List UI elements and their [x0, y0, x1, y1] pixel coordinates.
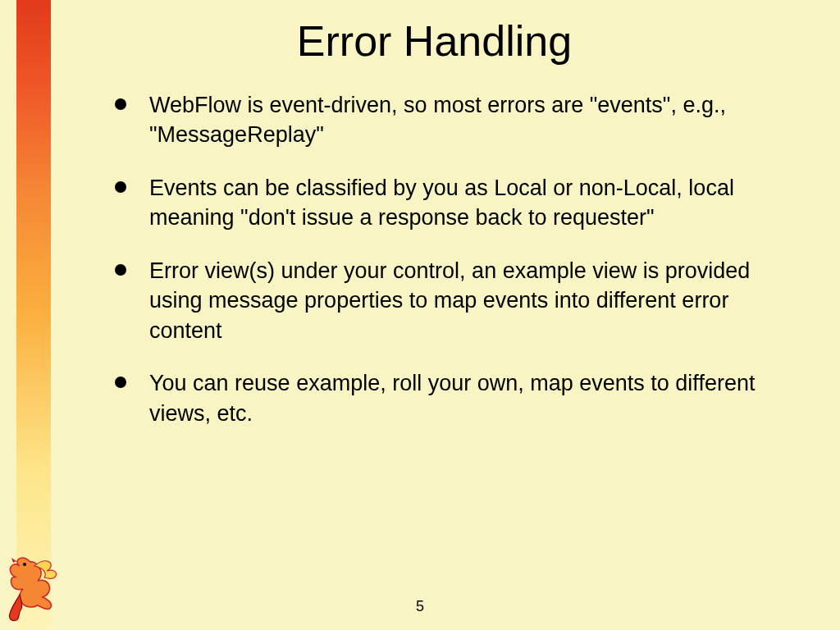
slide-title: Error Handling — [70, 16, 799, 66]
svg-point-0 — [23, 563, 26, 566]
griffin-logo-icon — [2, 550, 63, 623]
accent-bar — [16, 0, 51, 630]
slide-content: Error Handling WebFlow is event-driven, … — [70, 16, 799, 451]
page-number: 5 — [0, 598, 840, 615]
bullet-item: Events can be classified by you as Local… — [115, 173, 799, 233]
bullet-item: Error view(s) under your control, an exa… — [115, 256, 799, 345]
bullet-item: WebFlow is event-driven, so most errors … — [115, 90, 799, 150]
bullet-list: WebFlow is event-driven, so most errors … — [70, 90, 799, 428]
bullet-item: You can reuse example, roll your own, ma… — [115, 368, 799, 428]
